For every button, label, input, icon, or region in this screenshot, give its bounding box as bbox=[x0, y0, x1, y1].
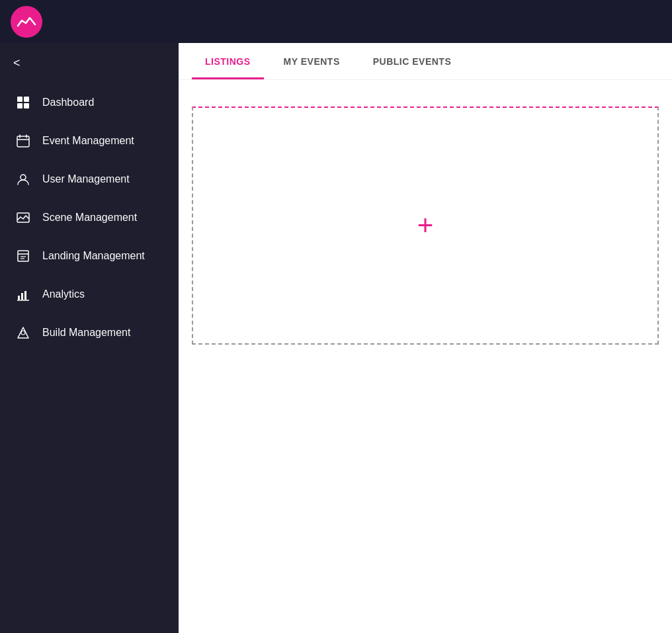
sidebar: < Dashboard bbox=[0, 43, 179, 633]
app-header bbox=[0, 0, 672, 43]
build-icon bbox=[16, 325, 30, 340]
sidebar-item-label-landing-management: Landing Management bbox=[42, 250, 145, 262]
main-layout: < Dashboard bbox=[0, 43, 672, 633]
tab-listings[interactable]: LISTINGS bbox=[192, 43, 264, 79]
svg-rect-10 bbox=[18, 251, 28, 261]
user-icon bbox=[16, 172, 30, 187]
svg-rect-16 bbox=[24, 291, 26, 300]
sidebar-item-dashboard[interactable]: Dashboard bbox=[0, 83, 179, 122]
svg-rect-0 bbox=[17, 97, 22, 102]
logo-icon bbox=[17, 15, 36, 28]
app-logo[interactable] bbox=[11, 6, 42, 38]
sidebar-item-build-management[interactable]: Build Management bbox=[0, 314, 179, 352]
svg-rect-2 bbox=[17, 103, 22, 108]
scene-icon bbox=[16, 210, 30, 225]
chevron-left-icon: < bbox=[13, 56, 21, 69]
analytics-icon bbox=[16, 287, 30, 302]
content-body: + bbox=[179, 80, 672, 633]
landing-icon bbox=[16, 249, 30, 263]
sidebar-item-label-event-management: Event Management bbox=[42, 135, 134, 147]
drop-zone[interactable]: + bbox=[192, 106, 659, 345]
sidebar-item-event-management[interactable]: Event Management bbox=[0, 122, 179, 160]
sidebar-item-scene-management[interactable]: Scene Management bbox=[0, 198, 179, 237]
svg-marker-18 bbox=[18, 327, 28, 338]
sidebar-item-label-analytics: Analytics bbox=[42, 288, 85, 300]
sidebar-item-label-scene-management: Scene Management bbox=[42, 212, 137, 224]
svg-rect-15 bbox=[21, 293, 23, 300]
svg-rect-14 bbox=[18, 296, 20, 300]
svg-point-8 bbox=[21, 175, 26, 180]
sidebar-collapse-button[interactable]: < bbox=[0, 50, 179, 83]
svg-point-19 bbox=[21, 331, 25, 335]
sidebar-item-landing-management[interactable]: Landing Management bbox=[0, 237, 179, 275]
sidebar-item-analytics[interactable]: Analytics bbox=[0, 275, 179, 314]
tab-my-events[interactable]: MY EVENTS bbox=[271, 43, 353, 79]
svg-rect-1 bbox=[24, 97, 29, 102]
tabs-bar: LISTINGS MY EVENTS PUBLIC EVENTS bbox=[179, 43, 672, 80]
sidebar-item-user-management[interactable]: User Management bbox=[0, 160, 179, 198]
event-icon bbox=[16, 134, 30, 148]
sidebar-item-label-build-management: Build Management bbox=[42, 327, 130, 339]
svg-rect-4 bbox=[17, 136, 29, 147]
sidebar-item-label-user-management: User Management bbox=[42, 173, 130, 185]
dashboard-icon bbox=[16, 95, 30, 110]
content-area: LISTINGS MY EVENTS PUBLIC EVENTS + bbox=[179, 43, 672, 633]
sidebar-item-label-dashboard: Dashboard bbox=[42, 97, 94, 108]
svg-rect-3 bbox=[24, 103, 29, 108]
tab-public-events[interactable]: PUBLIC EVENTS bbox=[360, 43, 465, 79]
add-icon: + bbox=[417, 212, 434, 239]
